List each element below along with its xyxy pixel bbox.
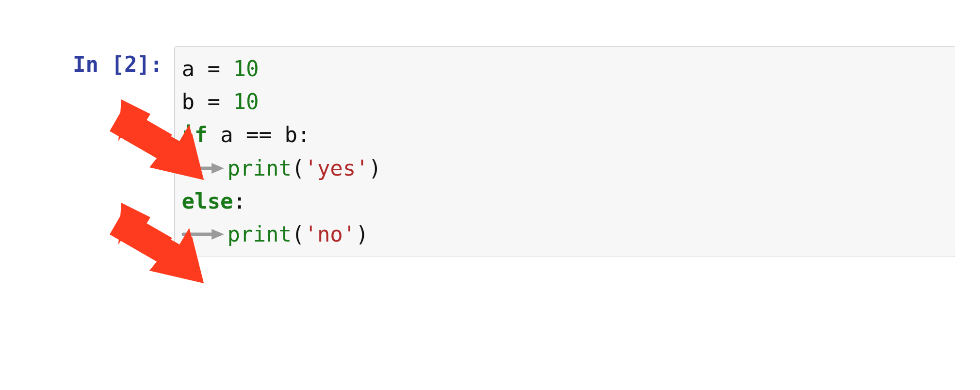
identifier-a: a [181,52,195,85]
eq-op: == [233,118,284,151]
lparen: ( [292,152,305,185]
space [207,118,220,151]
code-line-5: else: [181,185,948,218]
code-line-1: a = 10 [181,52,948,85]
colon: : [297,118,310,151]
code-line-4: print('yes') [181,152,948,185]
identifier-b: b [284,118,297,151]
indent-marker-icon [181,228,224,241]
colon: : [233,185,246,218]
number-literal: 10 [233,52,259,85]
svg-marker-3 [212,229,224,240]
code-line-2: b = 10 [181,85,948,118]
code-line-3: if a == b: [181,118,948,151]
builtin-print: print [227,152,291,185]
keyword-else: else [181,185,233,218]
rparen: ) [369,152,382,185]
string-literal: 'yes' [304,152,368,185]
input-cell: In [2]: a = 10 b = 10 if a == b: print('… [73,46,955,257]
builtin-print: print [227,218,291,251]
number-literal: 10 [233,85,259,118]
rparen: ) [356,218,369,251]
svg-marker-1 [212,163,224,174]
input-prompt: In [2]: [73,46,174,77]
code-line-6: print('no') [181,218,948,251]
string-literal: 'no' [304,218,356,251]
lparen: ( [292,218,305,251]
indent-marker-icon [181,162,224,175]
identifier-a: a [220,118,233,151]
keyword-if: if [181,118,207,151]
identifier-b: b [181,85,195,118]
assign-op: = [195,52,233,85]
code-cell[interactable]: a = 10 b = 10 if a == b: print('yes') el… [174,46,955,257]
assign-op: = [195,85,233,118]
